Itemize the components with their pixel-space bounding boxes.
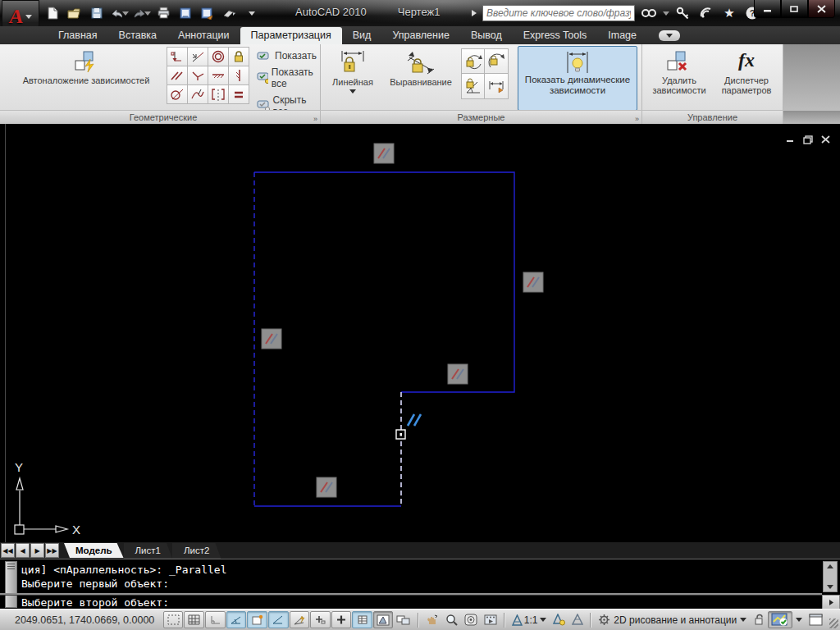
panel-title-geometric[interactable]: Геометрические» bbox=[7, 111, 321, 124]
tab-express-tools[interactable]: Express Tools bbox=[513, 27, 598, 44]
constraint-fixed-icon[interactable] bbox=[228, 47, 249, 66]
constraint-vertical-icon[interactable] bbox=[228, 66, 249, 85]
constraint-perpendicular-icon[interactable] bbox=[187, 66, 208, 85]
parameters-manager-button[interactable]: fx Диспетчер параметров bbox=[714, 46, 778, 107]
open-file-button[interactable] bbox=[65, 3, 84, 23]
next-tab-button[interactable]: ▶ bbox=[30, 543, 44, 558]
search-input[interactable] bbox=[482, 5, 635, 21]
tab-output[interactable]: Вывод bbox=[460, 27, 513, 44]
linear-dropdown-icon[interactable] bbox=[349, 89, 356, 94]
constraint-coincident-icon[interactable] bbox=[167, 47, 188, 66]
minimize-button[interactable] bbox=[754, 0, 781, 18]
plot-button[interactable] bbox=[153, 3, 173, 23]
linear-dimension-button[interactable]: Линейная bbox=[327, 46, 378, 107]
command-recent-button[interactable] bbox=[822, 595, 840, 609]
dyn-toggle[interactable] bbox=[310, 611, 331, 628]
3d-dwf-button[interactable] bbox=[220, 3, 240, 23]
scroll-up-icon[interactable] bbox=[827, 564, 833, 568]
constraint-tangent-icon[interactable] bbox=[167, 84, 188, 104]
parallel-constraint-badge[interactable] bbox=[317, 477, 336, 497]
lwt-toggle[interactable] bbox=[331, 611, 352, 628]
polar-toggle[interactable] bbox=[226, 611, 247, 628]
subscription-key-icon[interactable] bbox=[674, 5, 692, 21]
dialog-launcher-icon[interactable]: » bbox=[313, 115, 317, 123]
toolbar-lock-button[interactable] bbox=[750, 611, 768, 628]
prev-tab-button[interactable]: ◀ bbox=[16, 543, 30, 558]
auto-annotation-button[interactable] bbox=[568, 611, 587, 628]
resize-grip-icon[interactable] bbox=[829, 619, 838, 628]
tab-layout1[interactable]: Лист1 bbox=[124, 543, 172, 559]
angular-lock-icon[interactable] bbox=[461, 48, 486, 75]
show-constraints-button[interactable]: Показать bbox=[254, 49, 320, 62]
tab-parametric[interactable]: Параметризация bbox=[240, 27, 342, 44]
drawing-restore-button[interactable] bbox=[803, 135, 813, 144]
scroll-down-icon[interactable] bbox=[827, 585, 833, 589]
tab-insert[interactable]: Вставка bbox=[108, 27, 167, 44]
model-space-button[interactable] bbox=[373, 611, 393, 628]
zoom-button[interactable] bbox=[442, 611, 461, 628]
dialog-launcher-icon[interactable]: » bbox=[635, 115, 639, 123]
delete-constraints-button[interactable]: Удалить зависимости bbox=[647, 46, 711, 107]
command-prompt[interactable]: Выберите второй объект: bbox=[21, 596, 169, 609]
panel-title-dimensional[interactable]: Размерные» bbox=[321, 111, 642, 124]
otrack-toggle[interactable] bbox=[268, 611, 289, 628]
qp-toggle[interactable] bbox=[352, 611, 372, 628]
ortho-toggle[interactable] bbox=[205, 611, 226, 628]
drawing-close-button[interactable] bbox=[821, 135, 830, 144]
steering-wheel-button[interactable] bbox=[461, 611, 481, 628]
close-button[interactable] bbox=[808, 0, 835, 18]
show-dynamic-constraints-button[interactable]: Показать динамические зависимости bbox=[518, 46, 637, 111]
pan-button[interactable] bbox=[422, 611, 442, 628]
trusted-dwg-status-button[interactable] bbox=[768, 611, 792, 628]
save-button[interactable] bbox=[87, 3, 107, 23]
tab-layout2[interactable]: Лист2 bbox=[172, 543, 221, 559]
tab-image[interactable]: Image bbox=[597, 27, 647, 44]
command-window-grip[interactable] bbox=[5, 561, 17, 608]
status-menu-button[interactable] bbox=[792, 611, 806, 628]
new-file-button[interactable] bbox=[43, 3, 62, 23]
publish-button[interactable] bbox=[198, 3, 217, 23]
scale-dropdown-icon[interactable] bbox=[540, 618, 546, 622]
panel-title-management[interactable]: Управление bbox=[642, 111, 783, 124]
last-tab-button[interactable]: ▶▶ bbox=[45, 543, 59, 558]
tab-manage[interactable]: Управление bbox=[381, 27, 460, 44]
constraint-horizontal-icon[interactable] bbox=[208, 66, 229, 85]
constraint-concentric-icon[interactable] bbox=[208, 47, 229, 66]
qat-customize-button[interactable] bbox=[242, 3, 262, 23]
aligned-constraint-button[interactable]: Выравнивание bbox=[381, 46, 460, 107]
angle-lock-icon[interactable] bbox=[461, 73, 486, 99]
constraint-equal-icon[interactable] bbox=[228, 84, 249, 104]
workspace-dropdown-icon[interactable] bbox=[740, 618, 746, 622]
constraint-symmetric-icon[interactable] bbox=[208, 84, 229, 104]
command-window[interactable]: ция] <пАраллельность>: _ParallelВыберите… bbox=[0, 559, 840, 609]
annotation-visibility-button[interactable] bbox=[550, 611, 568, 628]
ribbon-minimize-button[interactable] bbox=[659, 30, 680, 41]
undo-button[interactable] bbox=[109, 3, 129, 23]
plot-preview-button[interactable] bbox=[176, 3, 195, 23]
grid-toggle[interactable] bbox=[184, 611, 204, 628]
tab-home[interactable]: Главная bbox=[48, 27, 108, 44]
polyline-solid-top-right[interactable] bbox=[254, 172, 514, 392]
constraint-colinear-icon[interactable] bbox=[187, 47, 208, 66]
search-expand-icon[interactable] bbox=[471, 9, 477, 17]
convert-dimension-icon[interactable] bbox=[484, 73, 509, 99]
parallel-constraint-badge[interactable] bbox=[262, 329, 281, 349]
showmotion-button[interactable] bbox=[481, 611, 500, 628]
snap-toggle[interactable] bbox=[163, 611, 184, 628]
annotation-scale-button[interactable]: 1:1 bbox=[509, 611, 550, 628]
constraint-smooth-icon[interactable] bbox=[187, 84, 208, 104]
show-all-constraints-button[interactable]: Показать все bbox=[254, 66, 320, 90]
layout-space-button[interactable] bbox=[393, 611, 414, 628]
auto-constrain-button[interactable]: Автоналожение зависимостей bbox=[11, 46, 161, 107]
tab-view[interactable]: Вид bbox=[342, 27, 382, 44]
tab-annotate[interactable]: Аннотации bbox=[167, 27, 240, 44]
communication-center-icon[interactable] bbox=[697, 5, 715, 21]
drawing-minimize-button[interactable] bbox=[786, 135, 795, 144]
workspace-switcher[interactable]: 2D рисование и аннотации bbox=[595, 611, 750, 628]
first-tab-button[interactable]: ◀◀ bbox=[1, 543, 15, 558]
osnap-toggle[interactable] bbox=[247, 611, 267, 628]
maximize-button[interactable] bbox=[781, 0, 808, 18]
tab-model[interactable]: Модель bbox=[64, 543, 124, 558]
redo-button[interactable] bbox=[131, 3, 151, 23]
command-scrollbar[interactable] bbox=[823, 561, 838, 592]
